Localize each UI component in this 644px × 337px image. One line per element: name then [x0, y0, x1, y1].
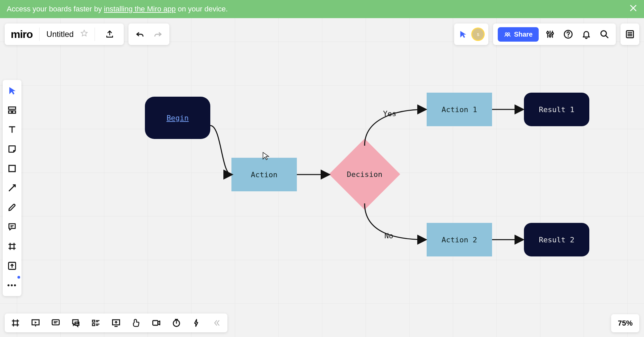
close-icon[interactable] — [629, 4, 637, 14]
svg-rect-19 — [153, 321, 158, 325]
voting-icon[interactable] — [191, 317, 203, 329]
reactions-icon[interactable] — [130, 317, 142, 329]
node-label: Action 1 — [442, 105, 477, 114]
sticky-note-tool[interactable] — [5, 142, 19, 156]
settings-sliders-icon[interactable] — [543, 30, 557, 39]
share-label: Share — [514, 31, 533, 38]
comment-tool[interactable] — [5, 220, 19, 234]
share-button[interactable]: Share — [498, 27, 539, 42]
avatar[interactable]: s — [472, 29, 484, 40]
svg-point-1 — [508, 33, 510, 35]
select-tool[interactable] — [5, 83, 19, 98]
divider — [95, 28, 95, 41]
svg-point-2 — [547, 32, 549, 34]
begin-link[interactable]: Begin — [166, 114, 189, 122]
svg-point-0 — [505, 33, 507, 35]
svg-point-3 — [549, 35, 551, 37]
upload-tool[interactable] — [5, 258, 19, 273]
notifications-icon[interactable] — [580, 30, 593, 39]
node-label: Action — [251, 171, 277, 179]
edge-label-no: No — [384, 232, 393, 240]
zoom-indicator[interactable]: 75% — [611, 314, 639, 332]
list-icon — [625, 30, 635, 39]
chat-icon[interactable] — [70, 317, 82, 329]
timer-icon[interactable] — [170, 317, 182, 329]
star-icon[interactable] — [80, 30, 88, 39]
svg-point-6 — [568, 36, 569, 37]
shape-tool[interactable] — [5, 161, 19, 176]
templates-tool[interactable] — [5, 103, 19, 117]
undo-icon[interactable] — [132, 26, 148, 42]
svg-rect-16 — [93, 320, 95, 322]
node-label: Decision — [347, 170, 382, 179]
svg-point-4 — [551, 33, 553, 35]
collab-panel: s — [454, 23, 488, 45]
redo-icon[interactable] — [150, 26, 166, 42]
left-toolbar: ••• — [3, 80, 21, 296]
video-icon[interactable] — [150, 317, 162, 329]
search-icon[interactable] — [598, 30, 611, 39]
divider — [39, 28, 40, 41]
actions-panel: Share — [493, 23, 616, 45]
install-app-link[interactable]: installing the Miro app — [104, 5, 176, 13]
banner-text: Access your boards faster by installing … — [7, 5, 228, 13]
svg-rect-17 — [93, 324, 95, 326]
node-decision[interactable]: Decision — [339, 149, 390, 199]
frame-tool[interactable] — [5, 239, 19, 254]
svg-rect-11 — [12, 111, 15, 113]
node-action-1[interactable]: Action 1 — [427, 93, 492, 126]
node-result-2[interactable]: Result 2 — [524, 223, 589, 256]
activity-panel[interactable] — [621, 23, 639, 45]
node-result-1[interactable]: Result 1 — [524, 93, 589, 126]
collapse-toolbar-icon[interactable] — [211, 317, 223, 329]
frames-icon[interactable] — [9, 317, 21, 329]
svg-rect-9 — [9, 107, 16, 109]
node-action[interactable]: Action — [231, 158, 297, 191]
node-label: Result 1 — [539, 105, 575, 114]
svg-rect-10 — [9, 111, 12, 113]
node-action-2[interactable]: Action 2 — [427, 223, 492, 256]
help-icon[interactable] — [561, 30, 575, 39]
svg-rect-15 — [52, 320, 59, 325]
screen-share-icon[interactable] — [110, 317, 122, 329]
bottom-toolbar — [5, 314, 227, 332]
presentation-icon[interactable] — [30, 317, 42, 329]
connection-line-tool[interactable] — [5, 181, 19, 195]
header-panel: miro Untitled — [5, 23, 124, 45]
board-title[interactable]: Untitled — [46, 30, 73, 39]
install-app-banner: Access your boards faster by installing … — [0, 0, 644, 18]
export-icon[interactable] — [102, 26, 118, 42]
svg-rect-12 — [9, 165, 15, 172]
node-label: Result 2 — [539, 236, 575, 244]
collab-cursor-icon[interactable] — [459, 30, 468, 39]
more-tools[interactable]: ••• — [5, 278, 19, 293]
miro-logo[interactable]: miro — [11, 28, 33, 41]
text-tool[interactable] — [5, 122, 19, 137]
notification-dot-icon — [17, 276, 20, 279]
card-list-icon[interactable] — [90, 317, 102, 329]
edge-label-yes: Yes — [383, 109, 396, 118]
comments-panel-icon[interactable] — [50, 317, 62, 329]
node-begin[interactable]: Begin — [145, 97, 210, 139]
canvas[interactable]: Begin Action Decision Action 1 Action 2 … — [0, 18, 644, 337]
pen-tool[interactable] — [5, 200, 19, 215]
node-label: Action 2 — [442, 236, 477, 244]
history-panel — [128, 23, 169, 45]
edges-layer — [0, 18, 644, 337]
